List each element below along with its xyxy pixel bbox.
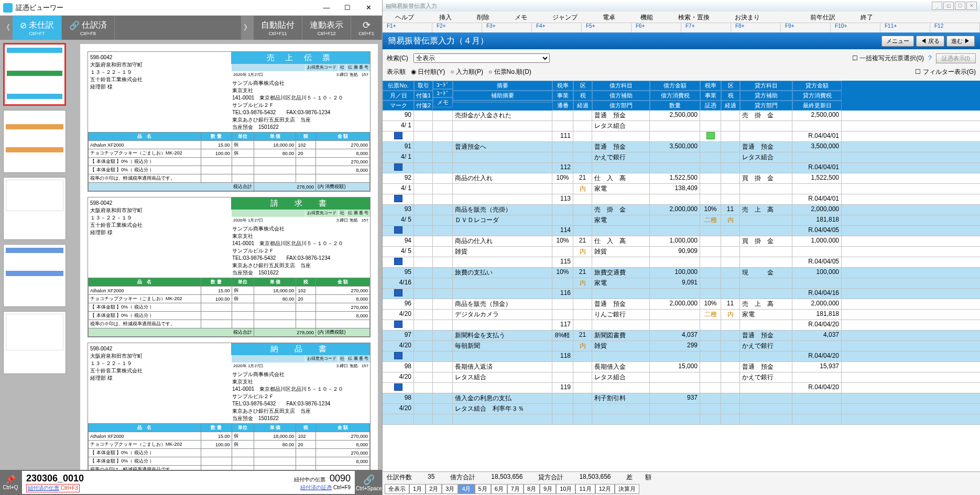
fkey[interactable]: F8+: [731, 23, 781, 32]
linked-vouchers-link[interactable]: 紐付済の伝票: [28, 485, 59, 491]
max-icon[interactable]: ☐: [955, 2, 965, 10]
rest-icon[interactable]: ◱: [943, 2, 954, 10]
fkey[interactable]: F12: [930, 23, 980, 32]
filter-check[interactable]: ☐ フィルター表示(G): [915, 68, 976, 76]
maximize-button[interactable]: ☐: [337, 1, 358, 15]
menu-item[interactable]: ジャンプ: [540, 12, 590, 23]
month-tab[interactable]: 1月: [409, 484, 426, 494]
right-footer: 仕訳件数35 借方合計18,503,656 貸方合計18,503,656 差 額…: [383, 471, 980, 495]
fkey[interactable]: F7+: [681, 23, 731, 32]
month-tab[interactable]: 2月: [426, 484, 442, 494]
menu-item[interactable]: 終了: [848, 12, 886, 23]
journal-row[interactable]: 93商品を販売（売掛）売 掛 金2,000,00010%11売 上 高2,000…: [383, 205, 980, 236]
left-titlebar: 証憑ビューワー — ☐ ✕: [0, 0, 382, 16]
menu-button[interactable]: メニュー: [881, 36, 914, 47]
grid-header: 伝票No.月／日マーク取引付箋1付箋2ｺｰﾄﾞｺｰﾄﾞメモ摘要補助摘要税率事業通…: [383, 81, 980, 111]
refresh-icon: ⟳: [363, 19, 371, 31]
journal-row[interactable]: 98借入金の利息の支払利子割引料9374/20レタス組合 利率年３％: [383, 393, 980, 425]
search-select[interactable]: 全表示: [413, 53, 550, 63]
journal-row[interactable]: 94商品の仕入れ10%21仕 入 高1,000,000買 掛 金1,000,00…: [383, 236, 980, 268]
fkey[interactable]: F10+: [831, 23, 880, 32]
menu-item[interactable]: [772, 12, 798, 23]
menu-item[interactable]: メモ: [502, 12, 540, 23]
linked-evidence-link[interactable]: 紐付済の証憑: [300, 485, 332, 490]
order-no-radio[interactable]: ○ 伝票No.順(D): [488, 68, 531, 76]
thumbnail-4[interactable]: [3, 244, 66, 307]
month-tab[interactable]: 7月: [507, 484, 524, 494]
fkey[interactable]: F3+: [482, 23, 532, 32]
month-tab[interactable]: 5月: [475, 484, 491, 494]
journal-row[interactable]: 92商品の仕入れ10%21仕 入 高1,522,500買 掛 金1,522,50…: [383, 173, 980, 205]
close-button[interactable]: ✕: [358, 1, 379, 15]
month-tab[interactable]: 8月: [524, 484, 540, 494]
month-tab[interactable]: 全表示: [385, 484, 409, 494]
menu-item[interactable]: 削除: [464, 12, 502, 23]
menu-item[interactable]: 電卓: [590, 12, 628, 23]
thumbnail-5[interactable]: [3, 311, 66, 374]
close2-icon[interactable]: ✕: [966, 2, 977, 10]
menu-item[interactable]: ヘルプ: [383, 12, 427, 23]
link-button[interactable]: 🔗Ctrl+Space: [356, 474, 382, 491]
fkey[interactable]: F5+: [582, 23, 631, 32]
order-date-radio[interactable]: ◉ 日付順(Y): [411, 68, 445, 76]
menu-item[interactable]: 機能: [628, 12, 666, 23]
menu-item[interactable]: 挿入: [427, 12, 464, 23]
journal-row[interactable]: 97新聞料金を支払う8%軽21新聞図書費4,037普通 預金4,0374/20毎…: [383, 331, 980, 362]
fkey[interactable]: F9+: [781, 23, 831, 32]
month-tab[interactable]: 4月: [458, 484, 474, 494]
month-tab[interactable]: 6月: [491, 484, 507, 494]
menu-item[interactable]: お決まり: [722, 12, 772, 23]
fkey[interactable]: F11+: [880, 23, 930, 32]
fkey[interactable]: F4+: [532, 23, 582, 32]
tab-autopaste[interactable]: 自動貼付Ctrl+F11: [254, 16, 302, 40]
menu-item[interactable]: 検索・置換: [666, 12, 722, 23]
order-input-radio[interactable]: ○ 入力順(P): [450, 68, 483, 76]
show-evidence-button[interactable]: 証憑表示(I): [936, 53, 976, 63]
menu-item[interactable]: 前年仕訳: [798, 12, 848, 23]
journal-row[interactable]: 95旅費の支払い10%21旅費交通費100,000現 金100,0004/16内…: [383, 268, 980, 299]
month-tab[interactable]: 10月: [556, 484, 575, 494]
thumbnail-2[interactable]: [3, 110, 66, 173]
next-arrow[interactable]: 》: [241, 16, 254, 40]
fkey[interactable]: F1+: [383, 23, 432, 32]
left-toolbar: 《 ⊘未仕訳 Ctrl+F7 🔗仕訳済 Ctrl+F8 》 自動貼付Ctrl+F…: [0, 16, 382, 40]
pin-button[interactable]: 📌Ctrl+Q: [0, 475, 21, 490]
thumbnail-1[interactable]: [3, 43, 66, 106]
journal-row[interactable]: 90売掛金が入金された普通 預金2,500,000売 掛 金2,500,0004…: [383, 111, 980, 142]
right-titlebar: ▤ 簡易振替伝票入力 _◱☐✕: [383, 0, 980, 12]
tab-refresh[interactable]: ⟳Ctrl+F1: [351, 16, 382, 40]
left-title: 証憑ビューワー: [16, 3, 63, 13]
fkey[interactable]: F2+: [432, 23, 482, 32]
journal-row[interactable]: 98長期借入返済長期借入金15,000普通 預金15,9374/20レタス組合レ…: [383, 362, 980, 393]
month-tab[interactable]: 3月: [442, 484, 458, 494]
forward-button[interactable]: 進む ▶: [946, 36, 975, 47]
journal-row[interactable]: 91普通預金へ普通 預金3,500,000普通 預金3,500,0004/ 1か…: [383, 142, 980, 173]
menubar: ヘルプ挿入削除メモジャンプ電卓機能検索・置換お決まり前年仕訳終了: [383, 12, 980, 23]
minimize-button[interactable]: —: [316, 1, 337, 15]
back-button[interactable]: ◀ 戻る: [916, 36, 944, 47]
batch-copy-check[interactable]: ☐ 一括複写元伝票選択(0): [852, 54, 924, 63]
help-icon[interactable]: ?: [928, 54, 932, 62]
fkey-row: F1+F2+F3+F4+F5+F6+F7+F8+F9+F10+F11+F12: [383, 23, 980, 32]
tab-posted[interactable]: 🔗仕訳済 Ctrl+F8: [62, 16, 115, 40]
file-name: 230306_0010: [26, 473, 84, 484]
left-footer: 📌Ctrl+Q 230306_0010紐付中の伝票0090 紐付済の伝票 Ctr…: [0, 470, 382, 495]
prev-arrow[interactable]: 《: [0, 16, 13, 40]
tab-linkview[interactable]: 連動表示Ctrl+F12: [302, 16, 351, 40]
journal-grid[interactable]: 伝票No.月／日マーク取引付箋1付箋2ｺｰﾄﾞｺｰﾄﾞメモ摘要補助摘要税率事業通…: [383, 81, 980, 471]
evidence-viewer-pane: 証憑ビューワー — ☐ ✕ 《 ⊘未仕訳 Ctrl+F7 🔗仕訳済 Ctrl+F…: [0, 0, 383, 495]
preview-page: 598-0042大阪府泉和田市加守町１３－２２－１９五十鈴音工業株式会社経理部 …: [80, 44, 378, 470]
document-preview[interactable]: 598-0042大阪府泉和田市加守町１３－２２－１９五十鈴音工業株式会社経理部 …: [76, 40, 382, 470]
app-icon: [3, 3, 13, 13]
month-tab[interactable]: 9月: [540, 484, 556, 494]
month-tab[interactable]: 12月: [595, 484, 615, 494]
journal-entry-pane: ▤ 簡易振替伝票入力 _◱☐✕ ヘルプ挿入削除メモジャンプ電卓機能検索・置換お決…: [383, 0, 980, 495]
month-tab[interactable]: 11月: [575, 484, 595, 494]
thumbnail-list[interactable]: [0, 40, 76, 470]
thumbnail-3[interactable]: [3, 177, 66, 240]
fkey[interactable]: F6+: [631, 23, 681, 32]
tab-unposted[interactable]: ⊘未仕訳 Ctrl+F7: [13, 16, 62, 40]
min-icon[interactable]: _: [932, 2, 942, 10]
month-tab[interactable]: 決算月: [615, 484, 639, 494]
journal-row[interactable]: 96商品を販売（預金）普通 預金2,000,00010%11売 上 高2,000…: [383, 299, 980, 331]
